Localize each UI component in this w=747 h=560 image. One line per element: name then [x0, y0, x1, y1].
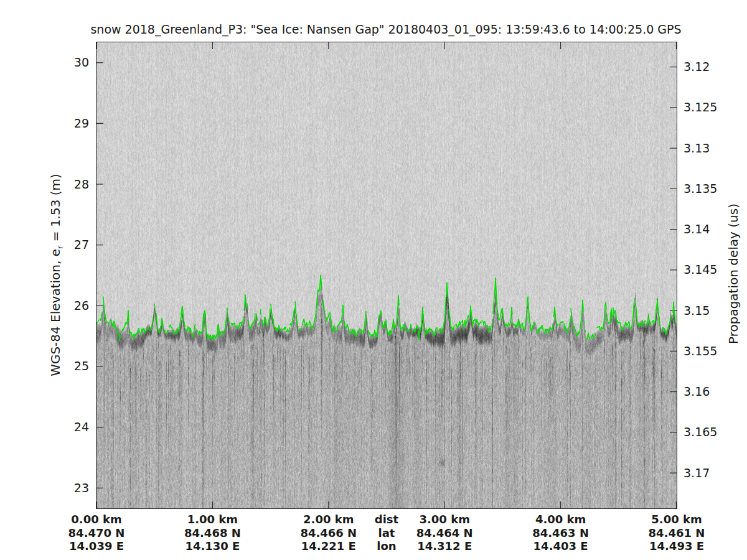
left-y-tick-label: 30 [34, 55, 89, 70]
chart-title: snow 2018_Greenland_P3: "Sea Ice: Nansen… [81, 22, 691, 36]
left-y-axis-label: WGS-84 Elevation, er = 1.53 (m) [48, 174, 65, 376]
x-tick-column: 0.00 km84.470 N14.039 E [50, 513, 143, 553]
right-y-tick-label: 3.14 [684, 222, 747, 236]
right-y-tick-label: 3.135 [684, 181, 747, 196]
x-tick-column-line: 84.461 N [630, 526, 723, 540]
figure-window: snow 2018_Greenland_P3: "Sea Ice: Nansen… [0, 0, 747, 560]
right-y-tick-label: 3.16 [684, 384, 747, 399]
left-y-tick-label: 29 [34, 116, 89, 131]
left-y-tick-label: 26 [34, 298, 89, 313]
x-axis-row-headers: distlatlon [340, 513, 433, 553]
x-tick-column-line: 1.00 km [166, 513, 259, 526]
x-tick-column-line: 14.493 E [630, 539, 723, 553]
echogram-image [96, 42, 677, 508]
x-tick-column-line: 14.130 E [166, 539, 259, 553]
right-y-tick-label: 3.15 [684, 303, 747, 318]
right-y-tick-label: 3.145 [684, 262, 747, 277]
x-axis-row-headers-line: dist [340, 513, 433, 526]
right-y-tick-label: 3.17 [684, 465, 747, 480]
left-y-tick-label: 27 [34, 237, 89, 252]
x-tick-column-line: 84.470 N [50, 526, 143, 540]
left-y-tick-label: 23 [34, 480, 89, 495]
x-tick-column-line: 84.468 N [166, 526, 259, 540]
x-axis-row-headers-line: lon [340, 539, 433, 553]
x-tick-column-line: 0.00 km [50, 513, 143, 526]
right-y-tick-label: 3.165 [684, 424, 747, 439]
x-tick-column-line: 5.00 km [630, 513, 723, 526]
right-y-tick-label: 3.155 [684, 343, 747, 358]
plot-frame [96, 42, 677, 509]
right-y-tick-label: 3.125 [684, 100, 747, 114]
left-y-tick-label: 28 [34, 177, 89, 192]
x-tick-column-line: 14.403 E [514, 539, 608, 553]
right-y-tick-label: 3.12 [684, 59, 747, 74]
x-tick-column-line: 4.00 km [514, 513, 608, 526]
x-tick-column: 1.00 km84.468 N14.130 E [166, 513, 259, 553]
x-axis-row-headers-line: lat [340, 526, 433, 540]
left-y-tick-label: 25 [34, 358, 89, 373]
x-tick-column: 5.00 km84.461 N14.493 E [630, 513, 723, 553]
left-y-tick-label: 24 [34, 419, 89, 434]
x-tick-column: 4.00 km84.463 N14.403 E [514, 513, 608, 553]
x-tick-column-line: 14.039 E [50, 539, 143, 553]
x-tick-column-line: 84.463 N [514, 526, 608, 540]
right-y-tick-label: 3.13 [684, 141, 747, 156]
